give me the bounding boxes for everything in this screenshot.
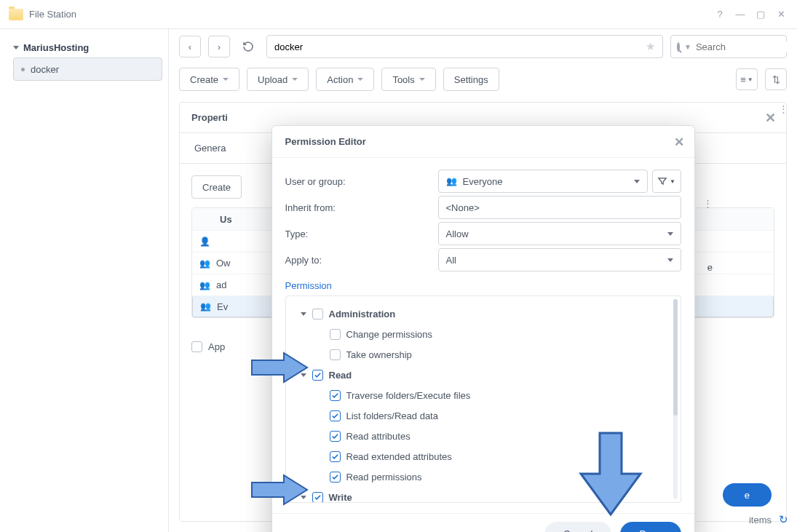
perm-read-ext-attr[interactable]: Read extended attributes [295, 446, 672, 467]
col-user: Us [220, 214, 232, 225]
path-input-container[interactable]: ★ [266, 35, 663, 58]
sidebar-root[interactable]: MariusHosting [6, 38, 162, 57]
sort-button[interactable]: ⇅ [765, 68, 787, 90]
close-icon[interactable]: ✕ [765, 110, 776, 126]
search-box[interactable]: ▼ [670, 35, 787, 58]
tab-general[interactable]: Genera [180, 133, 240, 163]
checkbox[interactable] [312, 309, 323, 319]
people-icon: 👥 [199, 258, 210, 269]
user-group-label: User or group: [285, 176, 438, 187]
help-icon[interactable]: ? [713, 7, 727, 22]
scrollbar[interactable] [673, 299, 678, 499]
perm-take-ownership[interactable]: Take ownership [295, 344, 672, 365]
properties-title: Properti [191, 112, 228, 123]
back-button[interactable]: ‹ [179, 36, 201, 57]
type-label: Type: [285, 229, 438, 239]
close-icon[interactable]: ✕ [774, 7, 788, 22]
settings-button[interactable]: Settings [443, 68, 499, 91]
bullet-icon [21, 68, 25, 71]
refresh-icon[interactable]: ↻ [779, 513, 788, 526]
titlebar: File Station ? — ▢ ✕ [0, 0, 797, 29]
checkbox[interactable] [330, 472, 341, 483]
peek-text: e [707, 262, 713, 273]
search-input[interactable] [696, 41, 797, 52]
more-icon[interactable]: ⋮ [779, 103, 788, 114]
checkbox[interactable] [330, 431, 341, 442]
refresh-button[interactable] [237, 36, 259, 57]
perm-read[interactable]: Read [295, 365, 672, 385]
maximize-icon[interactable]: ▢ [753, 7, 768, 22]
cancel-button[interactable]: Cancel [544, 522, 611, 533]
done-button[interactable]: Done [620, 522, 681, 533]
chevron-down-icon [634, 180, 640, 183]
permission-tree: Administration Change permissions Take o… [285, 295, 681, 503]
apply-checkbox[interactable] [191, 341, 202, 352]
star-icon[interactable]: ★ [646, 40, 655, 53]
sidebar-item-label: docker [31, 64, 59, 75]
window-title: File Station [29, 9, 76, 20]
checkbox[interactable] [330, 410, 341, 421]
checkbox[interactable] [312, 492, 323, 503]
main-area: ‹ › ★ ▼ Create Upload Action [169, 29, 797, 532]
path-input[interactable] [274, 41, 646, 52]
checkbox[interactable] [330, 349, 341, 360]
checkbox[interactable] [330, 390, 341, 401]
folder-icon [9, 9, 23, 20]
search-icon [677, 42, 680, 52]
status-bar: items ↻ [749, 513, 788, 526]
chevron-down-icon [301, 496, 306, 499]
forward-button[interactable]: › [208, 36, 230, 57]
minimize-icon[interactable]: — [733, 7, 748, 22]
sidebar-root-label: MariusHosting [23, 42, 89, 53]
dialog-title: Permission Editor [285, 136, 366, 147]
checkbox[interactable] [330, 329, 341, 340]
perm-list[interactable]: List folders/Read data [295, 405, 672, 426]
status-items: items [749, 515, 772, 525]
sidebar: MariusHosting docker [0, 29, 169, 532]
person-icon: 👤 [199, 237, 210, 247]
upload-button[interactable]: Upload [247, 68, 309, 91]
create-button[interactable]: Create [179, 68, 239, 91]
checkbox[interactable] [330, 451, 341, 462]
chevron-down-icon [667, 232, 673, 236]
nav-toolbar: ‹ › ★ ▼ [169, 29, 797, 64]
action-button[interactable]: Action [316, 68, 374, 91]
close-icon[interactable]: ✕ [674, 135, 684, 150]
apply-label: App [208, 341, 225, 352]
perm-write[interactable]: Write [295, 487, 672, 503]
more-icon[interactable]: ⋮ [703, 198, 713, 209]
action-toolbar: Create Upload Action Tools Settings ≡▼ ⇅ [169, 64, 797, 95]
inherit-label: Inherit from: [285, 202, 438, 213]
app-window: File Station ? — ▢ ✕ MariusHosting docke… [0, 0, 797, 532]
chevron-down-icon [667, 258, 673, 262]
inherit-input[interactable]: <None> [438, 196, 681, 219]
save-button[interactable]: e [723, 483, 772, 507]
chevron-down-icon: ▼ [684, 43, 691, 51]
view-list-button[interactable]: ≡▼ [736, 68, 758, 90]
chevron-down-icon [301, 373, 306, 377]
people-icon: 👥 [199, 280, 210, 290]
user-group-select[interactable]: 👥 Everyone [438, 170, 648, 193]
tools-button[interactable]: Tools [381, 68, 435, 91]
perm-traverse[interactable]: Traverse folders/Execute files [295, 385, 672, 405]
checkbox[interactable] [312, 370, 323, 381]
permission-heading: Permission [285, 280, 681, 291]
people-icon: 👥 [200, 301, 211, 311]
create-button[interactable]: Create [191, 175, 242, 199]
applyto-label: Apply to: [285, 255, 438, 266]
applyto-select[interactable]: All [438, 248, 681, 271]
chevron-down-icon [13, 46, 19, 49]
perm-administration[interactable]: Administration [295, 303, 672, 324]
people-icon: 👥 [446, 176, 457, 186]
chevron-down-icon [301, 312, 306, 316]
permission-editor-dialog: Permission Editor ✕ User or group: 👥 Eve… [271, 125, 695, 532]
perm-read-perm[interactable]: Read permissions [295, 467, 672, 487]
filter-button[interactable]: ▼ [652, 170, 681, 193]
perm-read-attr[interactable]: Read attributes [295, 426, 672, 446]
perm-change-permissions[interactable]: Change permissions [295, 324, 672, 344]
type-select[interactable]: Allow [438, 222, 681, 245]
sidebar-item-docker[interactable]: docker [13, 57, 162, 81]
